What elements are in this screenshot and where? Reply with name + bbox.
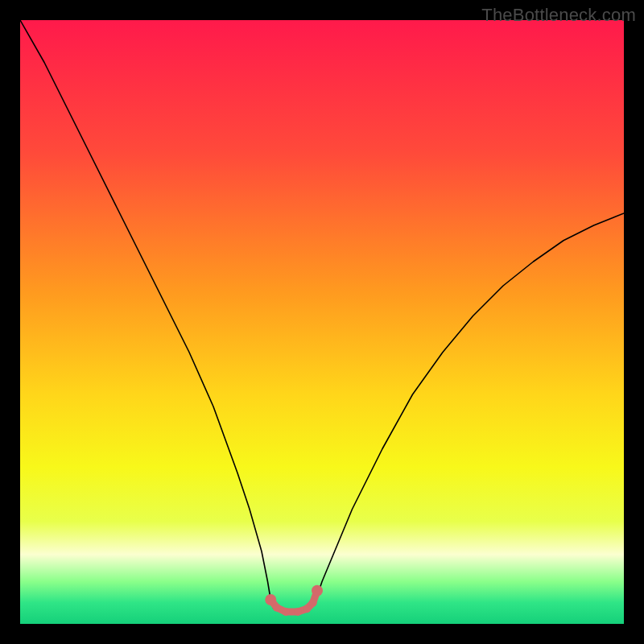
watermark-text: TheBottleneck.com [481, 5, 636, 26]
chart-svg [20, 20, 624, 624]
valley-highlight-dot [294, 608, 302, 616]
chart-frame: TheBottleneck.com [0, 0, 644, 644]
valley-highlight-dot [273, 604, 281, 612]
valley-highlight-dot [312, 585, 323, 597]
valley-highlight-dot [309, 599, 317, 607]
plot-area [20, 20, 624, 624]
heatmap-background [20, 20, 624, 624]
valley-highlight-dot [303, 605, 311, 613]
valley-highlight-dot [265, 594, 276, 605]
valley-highlight-dot [282, 608, 290, 616]
